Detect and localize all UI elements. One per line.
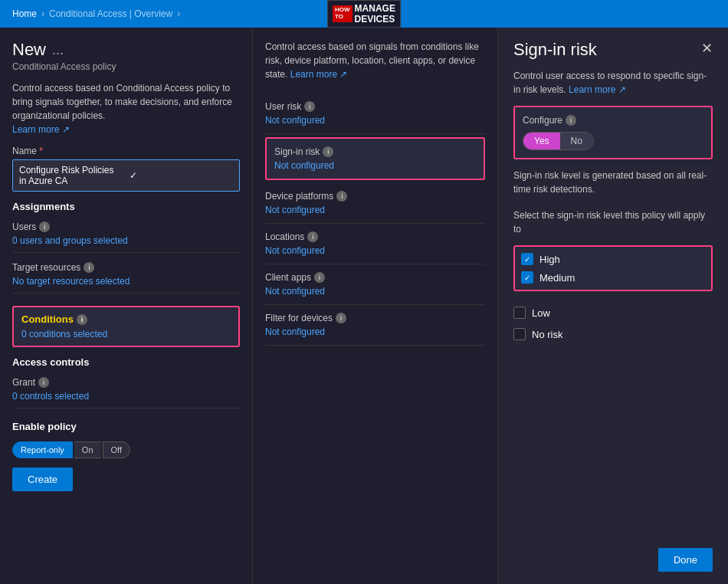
right-panel-header: Sign-in risk ✕: [513, 40, 713, 60]
target-resources-info-icon[interactable]: i: [84, 262, 94, 273]
device-platforms-info-icon[interactable]: i: [336, 191, 347, 202]
assignments-label: Assignments: [12, 201, 240, 212]
required-star: *: [39, 146, 43, 156]
left-description: Control access based on Conditional Acce…: [12, 81, 240, 136]
select-label: Select the sign-in risk level this polic…: [513, 208, 713, 236]
risk-option-no-risk: No risk: [513, 328, 713, 340]
signin-risk-label: Sign-in risk: [274, 146, 320, 157]
locations-value: Not configured: [265, 245, 485, 256]
client-apps-value: Not configured: [265, 286, 485, 297]
right-learn-more[interactable]: Learn more: [569, 84, 615, 95]
user-risk-item[interactable]: User risk i Not configured: [265, 94, 485, 134]
name-input[interactable]: Configure Risk Policies in Azure CA ✓: [12, 159, 240, 192]
target-resources-label: Target resources: [12, 262, 80, 273]
middle-panel: Control access based on signals from con…: [253, 28, 498, 584]
locations-info-icon[interactable]: i: [307, 231, 318, 242]
risk-option-medium-label: Medium: [539, 272, 575, 284]
no-button[interactable]: No: [560, 133, 593, 149]
conditions-label: Conditions: [21, 313, 74, 325]
client-apps-item[interactable]: Client apps i Not configured: [265, 264, 485, 305]
filter-devices-value: Not configured: [265, 326, 485, 337]
filter-devices-info-icon[interactable]: i: [336, 313, 346, 323]
filter-devices-item[interactable]: Filter for devices i Not configured: [265, 305, 485, 346]
grant-subsection: Grant i 0 controls selected: [12, 377, 240, 412]
grant-info-icon[interactable]: i: [38, 377, 49, 388]
conditions-info-icon[interactable]: i: [77, 314, 87, 325]
right-panel-title: Sign-in risk: [513, 40, 597, 60]
signin-risk-item[interactable]: Sign-in risk i Not configured: [265, 137, 485, 180]
device-platforms-item[interactable]: Device platforms i Not configured: [265, 183, 485, 224]
users-subsection: Users i 0 users and groups selected: [12, 221, 240, 256]
yes-no-toggle: Yes No: [523, 132, 594, 150]
name-section: Name * Configure Risk Policies in Azure …: [12, 146, 240, 192]
assignments-section: Assignments Users i 0 users and groups s…: [12, 201, 240, 297]
policy-toggle-group: Report-only On Off: [12, 441, 240, 458]
toggle-off[interactable]: Off: [103, 441, 130, 458]
separator-2: ›: [177, 8, 180, 19]
page-title-dots: ...: [52, 42, 64, 58]
breadcrumb-home[interactable]: Home: [12, 8, 37, 19]
enable-policy-section: Enable policy Report-only On Off: [12, 421, 240, 458]
breadcrumb-conditional-access[interactable]: Conditional Access | Overview: [49, 8, 172, 19]
middle-description: Control access based on signals from con…: [265, 40, 485, 81]
user-risk-info-icon[interactable]: i: [304, 101, 315, 112]
users-divider: [12, 252, 240, 253]
close-button[interactable]: ✕: [701, 40, 713, 57]
name-label: Name: [12, 146, 37, 156]
access-controls-section: Access controls Grant i 0 controls selec…: [12, 356, 240, 412]
enable-policy-label: Enable policy: [12, 421, 240, 432]
risk-option-medium: Medium: [521, 271, 705, 284]
risk-option-no-risk-label: No risk: [532, 329, 562, 340]
risk-option-high-label: High: [539, 254, 560, 265]
toggle-on[interactable]: On: [74, 441, 101, 458]
page-subtitle: Conditional Access policy: [12, 61, 240, 72]
client-apps-info-icon[interactable]: i: [314, 272, 325, 283]
page-title: New: [12, 40, 46, 60]
logo-manage: MANAGE: [355, 3, 395, 14]
configure-label: Configure: [523, 115, 562, 126]
risk-option-low: Low: [513, 307, 713, 319]
logo-how: HOW TO: [333, 5, 353, 22]
grant-label: Grant: [12, 377, 35, 388]
top-bar: Home › Conditional Access | Overview › H…: [0, 0, 728, 28]
yes-button[interactable]: Yes: [523, 133, 560, 149]
conditions-box[interactable]: Conditions i 0 conditions selected: [12, 306, 240, 347]
signin-risk-value: Not configured: [274, 160, 476, 171]
signin-risk-info-icon[interactable]: i: [323, 146, 333, 157]
grant-divider: [12, 408, 240, 408]
risk-options-box: High Medium: [513, 245, 713, 291]
access-controls-label: Access controls: [12, 356, 240, 368]
risk-option-low-label: Low: [532, 307, 550, 319]
configure-info-icon[interactable]: i: [566, 115, 576, 126]
target-resources-value[interactable]: No target resources selected: [12, 276, 240, 287]
target-resources-subsection: Target resources i No target resources s…: [12, 262, 240, 297]
breadcrumbs: Home › Conditional Access | Overview ›: [12, 8, 180, 19]
checkbox-high[interactable]: [521, 253, 533, 265]
name-value: Configure Risk Policies in Azure CA: [19, 165, 123, 186]
checkbox-no-risk[interactable]: [513, 328, 526, 340]
right-panel: Sign-in risk ✕ Control user access to re…: [498, 28, 728, 584]
logo-devices: DEVICES: [355, 14, 395, 25]
grant-value[interactable]: 0 controls selected: [12, 391, 240, 402]
target-resources-divider: [12, 293, 240, 294]
users-value[interactable]: 0 users and groups selected: [12, 235, 240, 246]
create-button[interactable]: Create: [12, 468, 73, 491]
check-icon: ✓: [130, 170, 234, 181]
right-description: Control user access to respond to specif…: [513, 69, 713, 97]
checkbox-medium[interactable]: [521, 271, 533, 284]
user-risk-value: Not configured: [265, 115, 485, 126]
left-panel: New ... Conditional Access policy Contro…: [0, 28, 253, 584]
main-content: New ... Conditional Access policy Contro…: [0, 28, 728, 584]
done-button[interactable]: Done: [658, 548, 713, 572]
logo: HOW TO MANAGE DEVICES: [327, 0, 401, 28]
locations-item[interactable]: Locations i Not configured: [265, 224, 485, 264]
checkbox-low[interactable]: [513, 307, 526, 319]
risk-level-description: Sign-in risk level is generated based on…: [513, 169, 713, 196]
middle-learn-more[interactable]: Learn more: [290, 69, 337, 80]
toggle-report-only[interactable]: Report-only: [12, 441, 73, 458]
device-platforms-value: Not configured: [265, 205, 485, 215]
risk-option-high: High: [521, 253, 705, 265]
left-learn-more[interactable]: Learn more: [12, 124, 59, 135]
users-info-icon[interactable]: i: [39, 221, 50, 232]
separator-1: ›: [41, 8, 44, 19]
